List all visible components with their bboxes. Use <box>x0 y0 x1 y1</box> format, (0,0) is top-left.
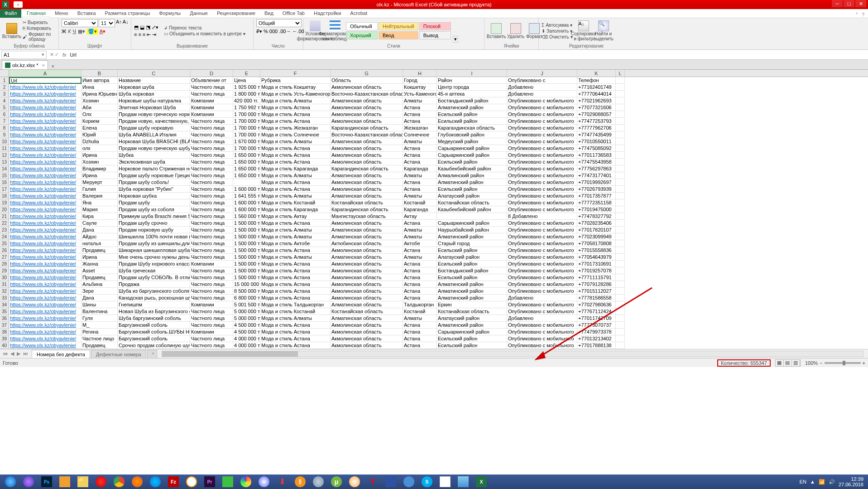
cut-button[interactable]: ✂Вырезать <box>23 20 56 25</box>
cell[interactable]: https://www.olx.kz/obyavlenie/ <box>9 308 82 315</box>
cell[interactable]: М_ <box>82 322 118 329</box>
row-header[interactable]: 11 <box>0 145 9 152</box>
cell[interactable]: Астана <box>403 295 437 301</box>
cell[interactable]: https://www.olx.kz/obyavlenie/ <box>9 131 82 138</box>
cell[interactable]: Имя автора <box>82 77 118 84</box>
cell[interactable]: Солнечное <box>403 131 437 138</box>
ribbon-tab[interactable]: Вид <box>260 9 278 18</box>
cell[interactable]: Опубликовано с мобильного <box>507 138 577 145</box>
cell[interactable]: 45-я аптека <box>437 91 507 97</box>
cell[interactable]: Мода и стиль Усть-Каменогорск <box>260 91 331 97</box>
cell[interactable]: Бостандыкский район <box>437 97 507 104</box>
cell[interactable]: https://www.olx.kz/obyavlenie/ <box>9 247 82 254</box>
cell[interactable]: Астана <box>403 281 437 288</box>
cell[interactable] <box>616 288 625 295</box>
cell[interactable]: https://www.olx.kz/obyavlenie/ <box>9 193 82 199</box>
zoom-in-button[interactable]: + <box>863 360 865 366</box>
cell[interactable]: 1 650 000 тг. <box>233 172 260 179</box>
cell[interactable]: Акмолинская область <box>331 111 403 118</box>
cell[interactable]: Валентина <box>82 308 118 315</box>
cell[interactable]: 15 000 000 тг. <box>233 281 260 288</box>
formula-input[interactable] <box>68 51 868 59</box>
cell[interactable]: Частного лица <box>190 233 233 240</box>
cell[interactable]: Алматинский район <box>437 179 507 186</box>
cell[interactable] <box>616 267 625 274</box>
cell[interactable]: +77023099949 <box>577 233 616 240</box>
cell[interactable]: Костанай <box>403 308 437 315</box>
cell[interactable]: Мода и стиль Костанай <box>260 308 331 315</box>
cell[interactable]: Мне очень срочно нужны деньги <box>118 254 190 261</box>
cell[interactable]: Город <box>403 77 437 84</box>
chrome-button[interactable] <box>110 475 128 488</box>
cell[interactable] <box>616 152 625 159</box>
cell[interactable]: Алатауский район <box>437 193 507 199</box>
cell[interactable]: Акмолинская область <box>331 247 403 254</box>
cell[interactable]: Акмолинская область <box>331 274 403 281</box>
cell[interactable]: Акмолинская область <box>331 186 403 193</box>
cell[interactable]: Шиншилла 100% почти новая пр <box>118 233 190 240</box>
cell[interactable]: https://www.olx.kz/obyavlenie/ <box>9 186 82 193</box>
cell[interactable]: Жанна <box>82 261 118 267</box>
cell[interactable] <box>616 233 625 240</box>
cell[interactable]: Мода и стиль Астана <box>260 274 331 281</box>
cell[interactable]: Акмолинская область <box>331 145 403 152</box>
cell[interactable]: Карагандинская область <box>437 125 507 131</box>
cell[interactable]: +77477435499 <box>577 131 616 138</box>
row-header[interactable]: 26 <box>0 247 9 254</box>
cell[interactable]: Опубликовано с мобильного <box>507 329 577 335</box>
cell[interactable]: Шуба норковая <box>118 91 190 97</box>
copy-button[interactable]: ⎘Копировать <box>23 26 56 31</box>
cell[interactable]: Мода и стиль Алматы <box>260 172 331 179</box>
cell[interactable]: Мода и стиль Астана <box>260 247 331 254</box>
vpn-button[interactable] <box>382 475 399 488</box>
decrease-indent-button[interactable]: ⇤ <box>147 32 151 38</box>
cell[interactable]: +77019257078 <box>577 267 616 274</box>
language-indicator[interactable]: EN <box>800 479 806 484</box>
fill-button[interactable]: ⬇Заполнить▾ <box>542 29 573 34</box>
cell[interactable]: Мода и стиль Алматы <box>260 315 331 322</box>
comma-button[interactable]: 000 <box>269 29 278 34</box>
cell[interactable]: Шуба греческая <box>118 267 190 274</box>
sheet-tab-active[interactable]: Номера без дефекта <box>32 350 90 358</box>
cell[interactable] <box>616 220 625 227</box>
cell[interactable]: https://www.olx.kz/obyavlenie/ <box>9 301 82 308</box>
cell[interactable]: https://www.olx.kz/obyavlenie/ <box>9 220 82 227</box>
column-header[interactable]: F <box>260 70 331 77</box>
cell[interactable]: Валерия <box>82 193 118 199</box>
sheet-next-button[interactable]: ▶ <box>16 351 21 357</box>
sheet-last-button[interactable]: ⏭ <box>22 351 29 357</box>
cell[interactable]: Алматы <box>403 254 437 261</box>
cell[interactable]: Баргузинский соболь <box>118 335 190 342</box>
ribbon-tab[interactable]: Рецензирование <box>212 9 260 18</box>
cell[interactable]: Канадская рысь, роскошная шуб <box>118 295 190 301</box>
cell[interactable]: https://www.olx.kz/obyavlenie/ <box>9 227 82 233</box>
cell[interactable]: Дана <box>82 295 118 301</box>
cell[interactable]: Алматинская область <box>331 97 403 104</box>
app5-button[interactable] <box>255 475 273 488</box>
cell[interactable]: Яна <box>82 199 118 206</box>
cell[interactable]: Компании <box>190 104 233 111</box>
sheet-prev-button[interactable]: ◀ <box>10 351 15 357</box>
cell[interactable]: Опубликовано с мобильного <box>507 131 577 138</box>
cell[interactable]: +77781586558 <box>577 295 616 301</box>
zoom-out-button[interactable]: − <box>820 360 822 366</box>
cell[interactable]: Кира <box>82 213 118 220</box>
cell[interactable]: +77079128286 <box>577 281 616 288</box>
format-painter-button[interactable]: 🖌Формат по образцу <box>23 32 56 42</box>
cell[interactable]: https://www.olx.kz/obyavlenie/ <box>9 97 82 104</box>
cell[interactable]: Частного лица <box>190 172 233 179</box>
style-good[interactable]: Хороший <box>346 31 378 39</box>
row-header[interactable]: 30 <box>0 274 9 281</box>
cell[interactable]: Продавец <box>82 274 118 281</box>
cell[interactable]: Актобе <box>403 240 437 247</box>
row-header[interactable]: 35 <box>0 308 9 315</box>
cell[interactable]: Продажа <box>118 281 190 288</box>
cell[interactable]: Акмолинская область <box>331 152 403 159</box>
cell[interactable] <box>616 172 625 179</box>
cell[interactable]: Цена <box>233 77 260 84</box>
close-file-icon[interactable]: × <box>42 63 44 68</box>
cell[interactable] <box>616 329 625 335</box>
cell[interactable] <box>616 206 625 213</box>
cell[interactable]: Кокшетау <box>403 84 437 91</box>
cell[interactable]: Мода и стиль Астана <box>260 159 331 165</box>
